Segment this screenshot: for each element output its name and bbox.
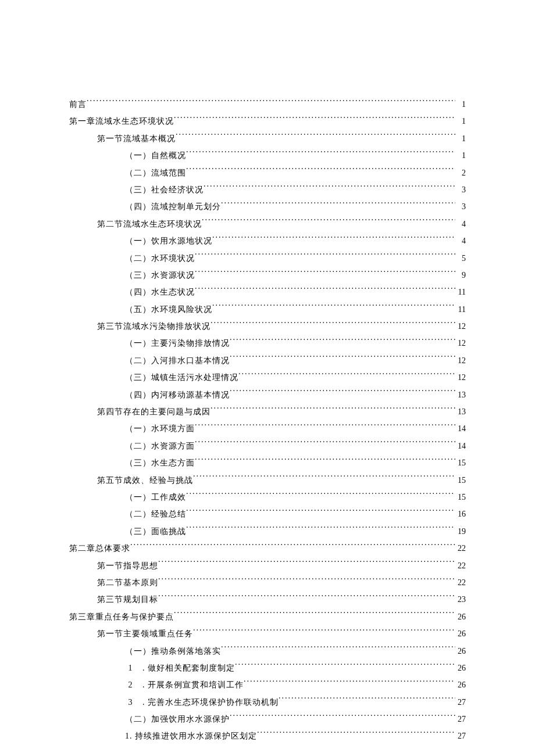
toc-row: （三）城镇生活污水处理情况12 bbox=[69, 369, 466, 386]
toc-leader-dots bbox=[230, 338, 455, 346]
toc-page-number: 27 bbox=[455, 711, 466, 728]
toc-row: 1. 做好相关配套制度制定26 bbox=[69, 660, 466, 676]
toc-leader-dots bbox=[212, 235, 455, 243]
toc-item-label: 第三章重点任务与保护要点 bbox=[69, 608, 174, 625]
toc-item-label: 第一节指导思想 bbox=[97, 557, 158, 574]
toc-row: （一）饮用水源地状况4 bbox=[69, 232, 466, 249]
toc-leader-dots bbox=[186, 526, 455, 534]
toc-leader-dots bbox=[230, 714, 455, 722]
toc-page-number: 14 bbox=[455, 438, 466, 454]
toc-row: 第五节成效、经验与挑战15 bbox=[69, 472, 466, 489]
toc-item-label: 第五节成效、经验与挑战 bbox=[97, 472, 193, 489]
toc-row: 第三章重点任务与保护要点26 bbox=[69, 608, 466, 625]
toc-page-number: 27 bbox=[455, 728, 466, 744]
toc-item-label: 第一节主要领域重点任务 bbox=[97, 625, 193, 642]
toc-leader-dots bbox=[244, 679, 455, 687]
toc-item-label: （二）水环境状况 bbox=[125, 250, 195, 267]
toc-leader-dots bbox=[195, 253, 455, 261]
toc-leader-dots bbox=[186, 150, 455, 158]
toc-item-label: （二）加强饮用水水源保护 bbox=[125, 711, 230, 728]
toc-page-number: 13 bbox=[455, 386, 466, 403]
toc-leader-dots bbox=[186, 492, 455, 500]
toc-page-number: 2 bbox=[455, 164, 466, 181]
toc-leader-dots bbox=[174, 116, 455, 124]
toc-page-number: 1 bbox=[455, 113, 466, 130]
toc-page-number: 26 bbox=[455, 643, 466, 660]
toc-item-label: （一）工作成效 bbox=[125, 489, 186, 506]
toc-leader-dots bbox=[195, 440, 455, 449]
toc-item-label: . 开展条例宣贯和培训工作 bbox=[142, 676, 244, 693]
toc-item-label: （一）推动条例落地落实 bbox=[125, 643, 221, 660]
toc-row: 第一节指导思想22 bbox=[69, 557, 466, 574]
toc-page-number: 22 bbox=[455, 557, 466, 574]
toc-leader-dots bbox=[186, 167, 455, 175]
toc-page-number: 12 bbox=[455, 318, 466, 335]
toc-row: （三）社会经济状况3 bbox=[69, 181, 466, 198]
toc-page-number: 26 bbox=[455, 660, 466, 676]
toc-leader-dots bbox=[158, 594, 455, 602]
toc-item-label: （三）社会经济状况 bbox=[125, 181, 204, 198]
toc-row: 第二节流域水生态环境状况4 bbox=[69, 216, 466, 232]
toc-leader-dots bbox=[176, 133, 455, 141]
toc-page-number: 1 bbox=[455, 96, 466, 113]
toc-row: （一）工作成效15 bbox=[69, 489, 466, 506]
toc-item-label: 第二节基本原则 bbox=[97, 574, 158, 591]
toc-page-number: 12 bbox=[455, 352, 466, 369]
toc-page-number: 5 bbox=[455, 250, 466, 267]
toc-leader-dots bbox=[195, 423, 455, 431]
toc-leader-dots bbox=[211, 406, 455, 414]
toc-leader-dots bbox=[204, 184, 455, 192]
toc-row: （二）加强饮用水水源保护27 bbox=[69, 711, 466, 728]
toc-page-number: 4 bbox=[455, 216, 466, 232]
toc-item-label: （一）水环境方面 bbox=[125, 420, 195, 437]
toc-page-number: 26 bbox=[455, 676, 466, 693]
toc-page-number: 22 bbox=[455, 540, 466, 557]
toc-row: 第二章总体要求22 bbox=[69, 540, 466, 557]
toc-item-label: 前言 bbox=[69, 96, 87, 113]
toc-row: 1. 持续推进饮用水水源保护区划定27 bbox=[69, 728, 466, 744]
toc-row: （四）内河移动源基本情况13 bbox=[69, 386, 466, 403]
toc-page-number: 14 bbox=[455, 420, 466, 437]
toc-page-number: 12 bbox=[455, 335, 466, 352]
toc-leader-dots bbox=[212, 304, 455, 312]
toc-leader-dots bbox=[202, 218, 455, 227]
toc-leader-dots bbox=[230, 355, 455, 363]
toc-row: 2. 开展条例宣贯和培训工作26 bbox=[69, 676, 466, 693]
toc-leader-dots bbox=[158, 560, 455, 568]
toc-row: （二）水资源方面14 bbox=[69, 438, 466, 454]
toc-row: 第三节规划目标23 bbox=[69, 591, 466, 608]
toc-item-label: （二）水资源方面 bbox=[125, 438, 195, 454]
toc-leader-dots bbox=[221, 201, 455, 209]
toc-leader-dots bbox=[158, 577, 455, 585]
toc-leader-dots bbox=[230, 389, 455, 397]
toc-leader-dots bbox=[174, 611, 455, 619]
toc-leader-dots bbox=[130, 543, 455, 551]
toc-item-label: （一）主要污染物排放情况 bbox=[125, 335, 230, 352]
toc-item-label: 第一章流域水生态环境状况 bbox=[69, 113, 174, 130]
toc-item-label: （三）水资源状况 bbox=[125, 267, 195, 284]
toc-page-number: 3 bbox=[455, 198, 466, 215]
toc-row: （一）自然概况1 bbox=[69, 147, 466, 164]
toc-item-label: . 做好相关配套制度制定 bbox=[142, 660, 235, 676]
toc-page-number: 1 bbox=[455, 130, 466, 147]
toc-page-number: 19 bbox=[455, 523, 466, 540]
toc-item-label: 第二章总体要求 bbox=[69, 540, 130, 557]
toc-page-number: 1 bbox=[455, 147, 466, 164]
toc-page-number: 4 bbox=[455, 232, 466, 249]
toc-item-label: （一）自然概况 bbox=[125, 147, 186, 164]
toc-item-label: 第四节存在的主要问题与成因 bbox=[97, 403, 211, 420]
toc-leader-dots bbox=[211, 321, 455, 329]
toc-row: （二）流域范围2 bbox=[69, 164, 466, 181]
toc-item-label: （二）经验总结 bbox=[125, 506, 186, 522]
toc-row: （四）水生态状况11 bbox=[69, 284, 466, 300]
toc-leader-dots bbox=[195, 270, 455, 278]
toc-page-number: 12 bbox=[455, 369, 466, 386]
toc-item-label: 第三节流域水污染物排放状况 bbox=[97, 318, 211, 335]
toc-item-label: （二）入河排水口基本情况 bbox=[125, 352, 230, 369]
toc-row: 第四节存在的主要问题与成因13 bbox=[69, 403, 466, 420]
toc-item-label: 第一节流域基本概况 bbox=[97, 130, 176, 147]
toc-leader-dots bbox=[186, 508, 455, 517]
toc-page-number: 27 bbox=[455, 694, 466, 711]
toc-item-number: 3 bbox=[125, 694, 135, 711]
toc-item-label: （二）流域范围 bbox=[125, 164, 186, 181]
